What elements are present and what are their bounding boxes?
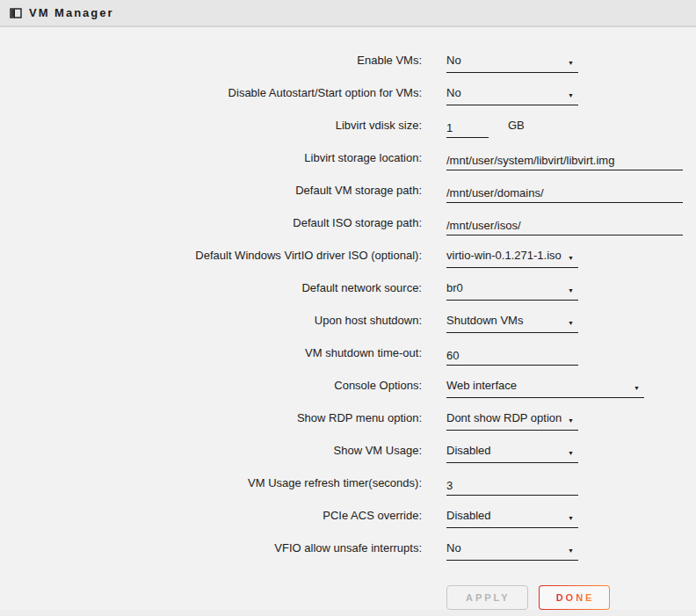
- vfio-unsafe-interrupts-label: VFIO allow unsafe interrupts:: [0, 541, 422, 554]
- default-network-source-select[interactable]: br0▼: [446, 281, 578, 301]
- apply-button[interactable]: APPLY: [446, 585, 528, 610]
- enable-vms-select[interactable]: No▼: [446, 54, 578, 73]
- show-rdp-menu-option-select[interactable]: Dont show RDP option▼: [446, 411, 578, 431]
- default-vm-storage-path-input[interactable]: [446, 184, 683, 203]
- page-title: VM Manager: [29, 6, 114, 19]
- footer-strip: [0, 610, 696, 616]
- columns-window-icon: [10, 8, 22, 18]
- show-rdp-menu-option-row: Show RDP menu option: Dont show RDP opti…: [0, 411, 696, 444]
- disable-autostart-select[interactable]: No▼: [446, 86, 578, 105]
- disable-autostart-label: Disable Autostart/Start option for VMs:: [0, 86, 422, 99]
- upon-host-shutdown-select[interactable]: Shutdown VMs▼: [446, 314, 578, 333]
- chevron-down-icon: ▼: [568, 56, 574, 69]
- default-virtio-iso-label: Default Windows VirtIO driver ISO (optio…: [0, 249, 422, 262]
- console-options-row: Console Options: Web interface▼: [0, 379, 696, 411]
- enable-vms-row: Enable VMs: No▼: [0, 54, 696, 86]
- vm-usage-refresh-timer-label: VM Usage refresh timer(seconds):: [0, 476, 422, 489]
- vm-usage-refresh-timer-input[interactable]: [446, 476, 578, 496]
- upon-host-shutdown-selected-value: Shutdown VMs: [446, 314, 523, 327]
- libvirt-vdisk-size-row: Libvirt vdisk size: GB: [0, 119, 696, 151]
- pcie-acs-override-row: PCIe ACS override: Disabled▼: [0, 509, 696, 541]
- libvirt-vdisk-size-label: Libvirt vdisk size:: [0, 119, 422, 132]
- done-button-border: DONE: [539, 585, 611, 610]
- chevron-down-icon: ▼: [568, 511, 574, 525]
- default-virtio-iso-select[interactable]: virtio-win-0.1.271-1.iso▼: [446, 249, 578, 268]
- vfio-unsafe-interrupts-row: VFIO allow unsafe interrupts: No▼: [0, 541, 696, 574]
- default-network-source-selected-value: br0: [446, 281, 463, 294]
- titlebar: VM Manager: [0, 0, 696, 27]
- default-virtio-iso-row: Default Windows VirtIO driver ISO (optio…: [0, 249, 696, 281]
- console-options-label: Console Options:: [0, 379, 422, 392]
- vm-usage-refresh-timer-row: VM Usage refresh timer(seconds):: [0, 476, 696, 509]
- vm-settings-form: Enable VMs: No▼ Disable Autostart/Start …: [0, 27, 696, 574]
- chevron-down-icon: ▼: [568, 446, 574, 460]
- chevron-down-icon: ▼: [568, 284, 574, 297]
- show-vm-usage-label: Show VM Usage:: [0, 444, 422, 457]
- disable-autostart-row: Disable Autostart/Start option for VMs: …: [0, 86, 696, 119]
- upon-host-shutdown-label: Upon host shutdown:: [0, 314, 422, 327]
- chevron-down-icon: ▼: [634, 381, 640, 395]
- console-options-select[interactable]: Web interface▼: [446, 379, 644, 398]
- vfio-unsafe-interrupts-selected-value: No: [446, 541, 461, 554]
- default-network-source-label: Default network source:: [0, 281, 422, 294]
- default-iso-storage-path-input[interactable]: [446, 216, 683, 236]
- enable-vms-label: Enable VMs:: [0, 54, 422, 67]
- vm-manager-page: VM Manager Enable VMs: No▼ Disable Autos…: [0, 0, 696, 616]
- chevron-down-icon: ▼: [568, 414, 574, 427]
- libvirt-storage-location-row: Libvirt storage location:: [0, 151, 696, 184]
- libvirt-vdisk-size-input[interactable]: [446, 119, 489, 138]
- chevron-down-icon: ▼: [568, 251, 574, 265]
- default-iso-storage-path-row: Default ISO storage path:: [0, 216, 696, 249]
- default-network-source-row: Default network source: br0▼: [0, 281, 696, 314]
- show-vm-usage-select[interactable]: Disabled▼: [446, 444, 578, 463]
- enable-vms-selected-value: No: [446, 54, 461, 67]
- pcie-acs-override-label: PCIe ACS override:: [0, 509, 422, 522]
- default-vm-storage-path-label: Default VM storage path:: [0, 184, 422, 197]
- disable-autostart-selected-value: No: [446, 86, 461, 99]
- chevron-down-icon: ▼: [568, 89, 574, 102]
- show-rdp-menu-option-selected-value: Dont show RDP option: [446, 411, 562, 424]
- libvirt-storage-location-input[interactable]: [446, 151, 683, 170]
- libvirt-vdisk-size-suffix-label: GB: [508, 119, 525, 132]
- chevron-down-icon: ▼: [568, 544, 574, 557]
- done-button-label: DONE: [556, 592, 595, 603]
- show-rdp-menu-option-label: Show RDP menu option:: [0, 411, 422, 424]
- form-buttons: APPLY DONE: [446, 585, 696, 610]
- show-vm-usage-selected-value: Disabled: [446, 444, 491, 457]
- chevron-down-icon: ▼: [568, 316, 574, 330]
- default-vm-storage-path-row: Default VM storage path:: [0, 184, 696, 216]
- pcie-acs-override-select[interactable]: Disabled▼: [446, 509, 578, 528]
- pcie-acs-override-selected-value: Disabled: [446, 509, 491, 522]
- vfio-unsafe-interrupts-select[interactable]: No▼: [446, 541, 578, 561]
- default-iso-storage-path-label: Default ISO storage path:: [0, 216, 422, 229]
- console-options-selected-value: Web interface: [446, 379, 517, 392]
- upon-host-shutdown-row: Upon host shutdown: Shutdown VMs▼: [0, 314, 696, 346]
- show-vm-usage-row: Show VM Usage: Disabled▼: [0, 444, 696, 476]
- vm-shutdown-timeout-input[interactable]: [446, 346, 578, 366]
- vm-shutdown-timeout-row: VM shutdown time-out:: [0, 346, 696, 379]
- default-virtio-iso-selected-value: virtio-win-0.1.271-1.iso: [446, 249, 562, 262]
- vm-shutdown-timeout-label: VM shutdown time-out:: [0, 346, 422, 359]
- done-button[interactable]: DONE: [540, 586, 610, 609]
- libvirt-storage-location-label: Libvirt storage location:: [0, 151, 422, 164]
